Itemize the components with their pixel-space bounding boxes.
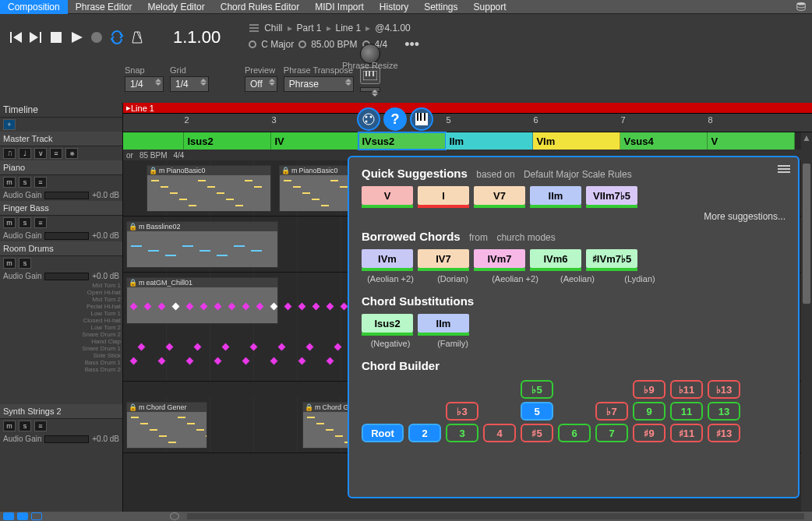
menu-support[interactable]: Support (466, 0, 514, 14)
clip[interactable]: 🔒m PianoBasic0 (147, 165, 271, 212)
add-timeline-button[interactable]: + (3, 119, 16, 130)
chord-segment[interactable]: Vsus4 (620, 132, 708, 150)
master-tool-1[interactable]: ⎍ (3, 148, 16, 159)
chord-chip[interactable]: IVm (362, 249, 413, 268)
cb-4[interactable]: 4 (483, 424, 516, 442)
chord-chip[interactable]: IVm6 (530, 249, 581, 268)
chord-segment[interactable]: V (708, 132, 795, 150)
menu-melody-editor[interactable]: Melody Editor (139, 0, 212, 14)
menu-midi-import[interactable]: MIDI Import (307, 0, 372, 14)
vertical-scrollbar[interactable]: ▲ (801, 132, 812, 512)
chord-segment[interactable]: IV (271, 132, 358, 150)
loop-button[interactable] (109, 30, 125, 45)
chord-chip[interactable]: Isus2 (362, 314, 413, 333)
cb-sharp9[interactable]: ♯9 (633, 424, 665, 442)
database-icon[interactable] (795, 2, 807, 12)
key-radio[interactable] (249, 40, 256, 48)
forward-end-button[interactable] (28, 30, 44, 45)
snap-select[interactable]: 1/4 (125, 76, 164, 92)
track-header[interactable]: Room Drums (0, 241, 122, 256)
ruler[interactable]: ? 2345678 (123, 114, 812, 132)
bottom-btn-3[interactable] (31, 512, 42, 520)
bottom-btn-1[interactable] (3, 512, 14, 520)
track-button-m[interactable]: m (3, 217, 16, 228)
horizontal-scrollbar[interactable] (187, 513, 804, 519)
menu-phrase-editor[interactable]: Phrase Editor (68, 0, 140, 14)
track-button-≡[interactable]: ≡ (34, 177, 47, 188)
chord-chip[interactable]: IV7 (418, 249, 469, 268)
gain-slider[interactable] (44, 192, 89, 199)
chord-chip[interactable]: I (418, 186, 469, 205)
clip[interactable]: 🔒m Bassline02 (126, 221, 278, 268)
chord-segment[interactable]: IVsus2 (358, 132, 446, 150)
cb-flat11[interactable]: ♭11 (670, 380, 703, 399)
chord-chip[interactable]: IVm7 (474, 249, 525, 268)
master-tool-3[interactable]: ∨ (34, 148, 47, 159)
menu-settings[interactable]: Settings (416, 0, 465, 14)
cb-root[interactable]: Root (362, 424, 404, 442)
clip[interactable]: 🔒m Chord Gener (126, 402, 207, 449)
cb-flat3[interactable]: ♭3 (446, 402, 478, 421)
chord-strip[interactable]: ?Isus2IVIVsus2IImVImVsus4V (123, 132, 812, 150)
cb-11[interactable]: 11 (670, 402, 703, 421)
chord-chip[interactable]: VIIm7♭5 (586, 186, 637, 205)
cb-5[interactable]: 5 (521, 402, 553, 421)
rewind-start-button[interactable] (8, 30, 23, 45)
cb-flat7[interactable]: ♭7 (595, 402, 628, 421)
cb-flat13[interactable]: ♭13 (708, 380, 740, 399)
transpose-select[interactable]: Phrase (284, 76, 354, 92)
stop-button[interactable] (48, 30, 64, 45)
track-button-m[interactable]: m (3, 177, 16, 188)
menu-chord-rules-editor[interactable]: Chord Rules Editor (213, 0, 307, 14)
chord-chip[interactable]: IIm (530, 186, 581, 205)
chord-segment[interactable]: VIm (533, 132, 620, 150)
cb-2[interactable]: 2 (408, 424, 441, 442)
chord-segment[interactable]: ? (123, 132, 184, 150)
cb-7[interactable]: 7 (595, 424, 628, 442)
piano-help-button[interactable] (410, 107, 433, 131)
clip[interactable]: 🔒m eatGM_Chill01 (126, 277, 278, 324)
cb-flat9[interactable]: ♭9 (633, 380, 665, 399)
grid-select[interactable]: 1/4 (170, 76, 209, 92)
gain-slider[interactable] (44, 435, 89, 443)
cb-13[interactable]: 13 (708, 402, 740, 421)
chord-chip[interactable]: V (362, 186, 413, 205)
breadcrumb[interactable]: Chill▸ Part 1▸ Line 1▸ @4.1.00 (249, 23, 419, 33)
scroll-thumb[interactable] (803, 164, 810, 304)
popup-menu-button[interactable] (778, 165, 790, 174)
track-header[interactable]: Synth Strings 2 (0, 404, 122, 419)
track-button-s[interactable]: s (19, 217, 31, 228)
track-button-s[interactable]: s (19, 421, 31, 431)
master-tool-2[interactable]: ♩ (19, 148, 31, 159)
bottom-btn-2[interactable] (17, 512, 28, 520)
cb-sharp11[interactable]: ♯11 (670, 424, 703, 442)
help-button[interactable]: ? (383, 107, 407, 131)
resize-select[interactable] (360, 87, 380, 92)
scroll-up-button[interactable]: ▲ (801, 132, 812, 143)
master-tool-4[interactable]: ≡ (50, 148, 62, 159)
track-button-s[interactable]: s (19, 177, 31, 188)
metronome-button[interactable] (129, 30, 145, 45)
zoom-search-icon[interactable] (170, 512, 179, 520)
chord-chip[interactable]: ♯IVm7♭5 (586, 249, 637, 268)
track-header[interactable]: Piano (0, 160, 122, 175)
master-tool-5[interactable]: ⎈ (65, 148, 78, 159)
cb-3[interactable]: 3 (446, 424, 478, 442)
gain-slider[interactable] (44, 232, 89, 240)
chord-chip[interactable]: V7 (474, 186, 525, 205)
tempo-radio[interactable] (298, 40, 306, 48)
track-header[interactable]: Finger Bass (0, 201, 122, 216)
track-button-s[interactable]: s (19, 258, 31, 269)
menu-history[interactable]: History (372, 0, 416, 14)
cb-flat5[interactable]: ♭5 (521, 380, 553, 399)
more-dots-button[interactable]: ••• (404, 37, 419, 53)
cb-6[interactable]: 6 (558, 424, 591, 442)
track-button-m[interactable]: m (3, 421, 16, 431)
line-strip[interactable]: ▸ Line 1 (123, 103, 812, 114)
track-button-m[interactable]: m (3, 258, 16, 269)
chord-segment[interactable]: IIm (446, 132, 533, 150)
track-button-≡[interactable]: ≡ (34, 421, 47, 431)
cb-sharp13[interactable]: ♯13 (708, 424, 740, 442)
cb-sharp5[interactable]: ♯5 (521, 424, 553, 442)
track-button-≡[interactable]: ≡ (34, 217, 47, 228)
